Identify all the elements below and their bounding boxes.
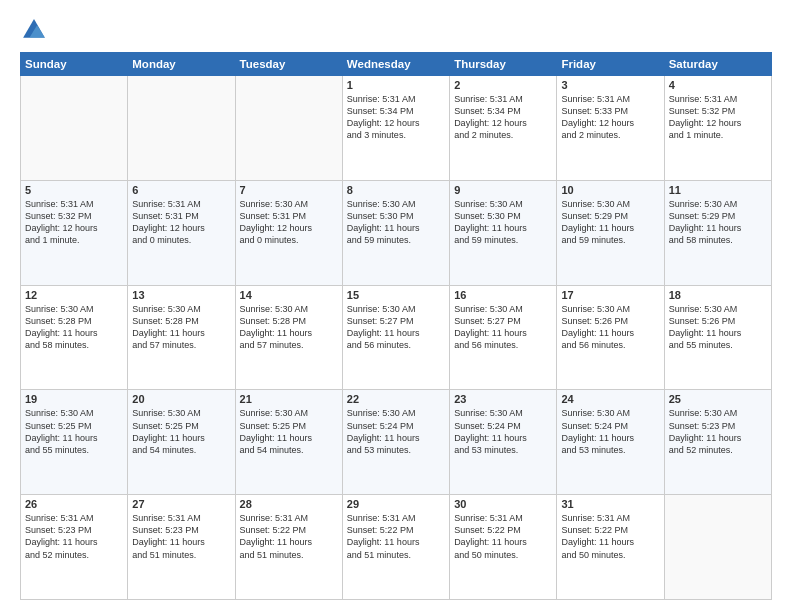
- calendar-cell: 24Sunrise: 5:30 AM Sunset: 5:24 PM Dayli…: [557, 390, 664, 495]
- calendar-cell: 3Sunrise: 5:31 AM Sunset: 5:33 PM Daylig…: [557, 76, 664, 181]
- day-number: 4: [669, 79, 767, 91]
- day-number: 28: [240, 498, 338, 510]
- calendar-cell: 7Sunrise: 5:30 AM Sunset: 5:31 PM Daylig…: [235, 180, 342, 285]
- day-number: 1: [347, 79, 445, 91]
- day-number: 5: [25, 184, 123, 196]
- day-number: 6: [132, 184, 230, 196]
- day-number: 13: [132, 289, 230, 301]
- calendar-cell: 6Sunrise: 5:31 AM Sunset: 5:31 PM Daylig…: [128, 180, 235, 285]
- calendar-week-row: 19Sunrise: 5:30 AM Sunset: 5:25 PM Dayli…: [21, 390, 772, 495]
- day-number: 8: [347, 184, 445, 196]
- calendar-cell: 15Sunrise: 5:30 AM Sunset: 5:27 PM Dayli…: [342, 285, 449, 390]
- day-info: Sunrise: 5:31 AM Sunset: 5:22 PM Dayligh…: [561, 512, 659, 561]
- calendar-cell: 1Sunrise: 5:31 AM Sunset: 5:34 PM Daylig…: [342, 76, 449, 181]
- day-info: Sunrise: 5:31 AM Sunset: 5:23 PM Dayligh…: [25, 512, 123, 561]
- day-number: 23: [454, 393, 552, 405]
- calendar-week-row: 12Sunrise: 5:30 AM Sunset: 5:28 PM Dayli…: [21, 285, 772, 390]
- calendar-week-row: 26Sunrise: 5:31 AM Sunset: 5:23 PM Dayli…: [21, 495, 772, 600]
- calendar-cell: 29Sunrise: 5:31 AM Sunset: 5:22 PM Dayli…: [342, 495, 449, 600]
- day-info: Sunrise: 5:30 AM Sunset: 5:29 PM Dayligh…: [561, 198, 659, 247]
- day-info: Sunrise: 5:30 AM Sunset: 5:25 PM Dayligh…: [240, 407, 338, 456]
- day-number: 10: [561, 184, 659, 196]
- calendar-cell: 17Sunrise: 5:30 AM Sunset: 5:26 PM Dayli…: [557, 285, 664, 390]
- calendar-cell: 19Sunrise: 5:30 AM Sunset: 5:25 PM Dayli…: [21, 390, 128, 495]
- calendar-cell: 4Sunrise: 5:31 AM Sunset: 5:32 PM Daylig…: [664, 76, 771, 181]
- day-number: 30: [454, 498, 552, 510]
- day-info: Sunrise: 5:30 AM Sunset: 5:25 PM Dayligh…: [25, 407, 123, 456]
- calendar-cell: 9Sunrise: 5:30 AM Sunset: 5:30 PM Daylig…: [450, 180, 557, 285]
- column-header-thursday: Thursday: [450, 53, 557, 76]
- day-info: Sunrise: 5:30 AM Sunset: 5:24 PM Dayligh…: [561, 407, 659, 456]
- calendar-cell: 22Sunrise: 5:30 AM Sunset: 5:24 PM Dayli…: [342, 390, 449, 495]
- calendar-cell: [235, 76, 342, 181]
- day-info: Sunrise: 5:30 AM Sunset: 5:27 PM Dayligh…: [454, 303, 552, 352]
- calendar-cell: 12Sunrise: 5:30 AM Sunset: 5:28 PM Dayli…: [21, 285, 128, 390]
- day-info: Sunrise: 5:30 AM Sunset: 5:30 PM Dayligh…: [347, 198, 445, 247]
- day-number: 2: [454, 79, 552, 91]
- calendar-cell: 2Sunrise: 5:31 AM Sunset: 5:34 PM Daylig…: [450, 76, 557, 181]
- day-number: 31: [561, 498, 659, 510]
- day-info: Sunrise: 5:31 AM Sunset: 5:31 PM Dayligh…: [132, 198, 230, 247]
- day-number: 24: [561, 393, 659, 405]
- day-number: 18: [669, 289, 767, 301]
- calendar-cell: 31Sunrise: 5:31 AM Sunset: 5:22 PM Dayli…: [557, 495, 664, 600]
- day-info: Sunrise: 5:31 AM Sunset: 5:32 PM Dayligh…: [25, 198, 123, 247]
- calendar-cell: 26Sunrise: 5:31 AM Sunset: 5:23 PM Dayli…: [21, 495, 128, 600]
- column-header-friday: Friday: [557, 53, 664, 76]
- day-number: 12: [25, 289, 123, 301]
- calendar-cell: 14Sunrise: 5:30 AM Sunset: 5:28 PM Dayli…: [235, 285, 342, 390]
- day-number: 14: [240, 289, 338, 301]
- day-info: Sunrise: 5:30 AM Sunset: 5:25 PM Dayligh…: [132, 407, 230, 456]
- calendar-cell: 13Sunrise: 5:30 AM Sunset: 5:28 PM Dayli…: [128, 285, 235, 390]
- day-number: 15: [347, 289, 445, 301]
- day-number: 25: [669, 393, 767, 405]
- day-number: 22: [347, 393, 445, 405]
- day-info: Sunrise: 5:30 AM Sunset: 5:31 PM Dayligh…: [240, 198, 338, 247]
- page: SundayMondayTuesdayWednesdayThursdayFrid…: [0, 0, 792, 612]
- day-number: 17: [561, 289, 659, 301]
- column-header-tuesday: Tuesday: [235, 53, 342, 76]
- day-number: 26: [25, 498, 123, 510]
- day-info: Sunrise: 5:30 AM Sunset: 5:27 PM Dayligh…: [347, 303, 445, 352]
- day-info: Sunrise: 5:30 AM Sunset: 5:26 PM Dayligh…: [669, 303, 767, 352]
- logo: [20, 16, 52, 44]
- day-info: Sunrise: 5:30 AM Sunset: 5:23 PM Dayligh…: [669, 407, 767, 456]
- calendar-cell: 25Sunrise: 5:30 AM Sunset: 5:23 PM Dayli…: [664, 390, 771, 495]
- column-header-sunday: Sunday: [21, 53, 128, 76]
- day-info: Sunrise: 5:31 AM Sunset: 5:22 PM Dayligh…: [240, 512, 338, 561]
- column-header-wednesday: Wednesday: [342, 53, 449, 76]
- calendar-cell: 28Sunrise: 5:31 AM Sunset: 5:22 PM Dayli…: [235, 495, 342, 600]
- calendar-cell: [21, 76, 128, 181]
- logo-icon: [20, 16, 48, 44]
- calendar-cell: 30Sunrise: 5:31 AM Sunset: 5:22 PM Dayli…: [450, 495, 557, 600]
- day-number: 11: [669, 184, 767, 196]
- day-number: 27: [132, 498, 230, 510]
- day-number: 9: [454, 184, 552, 196]
- day-number: 7: [240, 184, 338, 196]
- day-info: Sunrise: 5:30 AM Sunset: 5:28 PM Dayligh…: [240, 303, 338, 352]
- day-info: Sunrise: 5:30 AM Sunset: 5:24 PM Dayligh…: [347, 407, 445, 456]
- calendar-week-row: 1Sunrise: 5:31 AM Sunset: 5:34 PM Daylig…: [21, 76, 772, 181]
- calendar-week-row: 5Sunrise: 5:31 AM Sunset: 5:32 PM Daylig…: [21, 180, 772, 285]
- day-number: 29: [347, 498, 445, 510]
- day-info: Sunrise: 5:31 AM Sunset: 5:23 PM Dayligh…: [132, 512, 230, 561]
- calendar-cell: 11Sunrise: 5:30 AM Sunset: 5:29 PM Dayli…: [664, 180, 771, 285]
- column-header-saturday: Saturday: [664, 53, 771, 76]
- day-info: Sunrise: 5:31 AM Sunset: 5:33 PM Dayligh…: [561, 93, 659, 142]
- calendar-table: SundayMondayTuesdayWednesdayThursdayFrid…: [20, 52, 772, 600]
- day-info: Sunrise: 5:31 AM Sunset: 5:22 PM Dayligh…: [347, 512, 445, 561]
- day-number: 19: [25, 393, 123, 405]
- day-number: 16: [454, 289, 552, 301]
- day-info: Sunrise: 5:30 AM Sunset: 5:26 PM Dayligh…: [561, 303, 659, 352]
- day-info: Sunrise: 5:31 AM Sunset: 5:34 PM Dayligh…: [347, 93, 445, 142]
- calendar-cell: 16Sunrise: 5:30 AM Sunset: 5:27 PM Dayli…: [450, 285, 557, 390]
- day-info: Sunrise: 5:30 AM Sunset: 5:28 PM Dayligh…: [25, 303, 123, 352]
- day-info: Sunrise: 5:31 AM Sunset: 5:22 PM Dayligh…: [454, 512, 552, 561]
- calendar-cell: 18Sunrise: 5:30 AM Sunset: 5:26 PM Dayli…: [664, 285, 771, 390]
- calendar-cell: [664, 495, 771, 600]
- day-info: Sunrise: 5:30 AM Sunset: 5:29 PM Dayligh…: [669, 198, 767, 247]
- calendar-cell: 23Sunrise: 5:30 AM Sunset: 5:24 PM Dayli…: [450, 390, 557, 495]
- day-number: 3: [561, 79, 659, 91]
- calendar-cell: 20Sunrise: 5:30 AM Sunset: 5:25 PM Dayli…: [128, 390, 235, 495]
- day-info: Sunrise: 5:31 AM Sunset: 5:32 PM Dayligh…: [669, 93, 767, 142]
